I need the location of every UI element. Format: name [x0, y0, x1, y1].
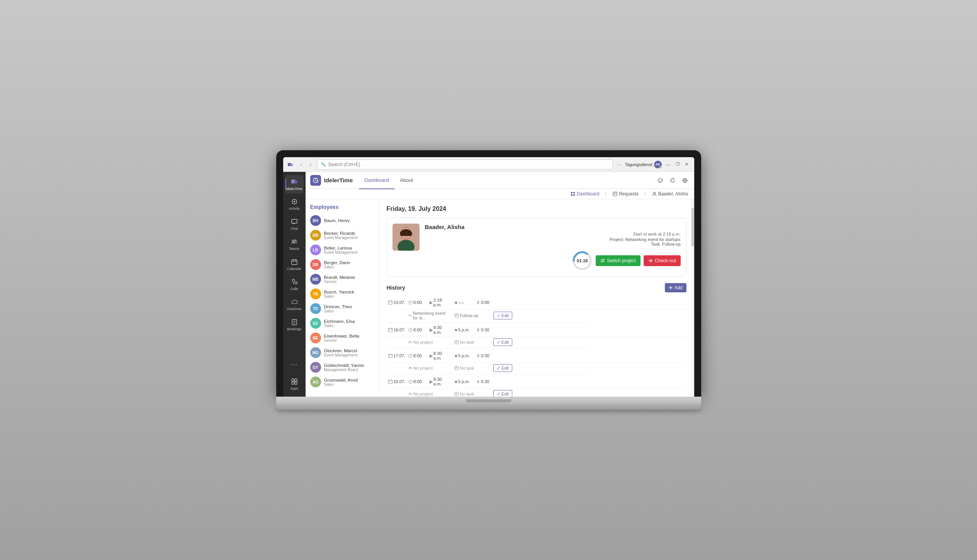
sidebar-item-more[interactable]: ··· [285, 355, 304, 373]
sidebar-item-onedrive[interactable]: OneDrive [285, 295, 304, 314]
apps-icon [291, 378, 297, 386]
close-button[interactable]: ✕ [683, 160, 691, 169]
employee-name: Becker, Ricardo [324, 231, 358, 236]
list-item[interactable]: BH Baum, Henry [306, 213, 379, 228]
employee-dept: Sales [324, 265, 350, 269]
list-item[interactable]: LB Beike, Larissa Event Management [306, 243, 379, 257]
teams-icon [291, 239, 297, 246]
sidebar-item-activity[interactable]: Activity [285, 195, 304, 214]
svg-rect-1 [290, 164, 293, 166]
sidebar-label-apps: Apps [290, 387, 298, 390]
smiley-button[interactable] [656, 176, 665, 185]
forward-button[interactable]: › [306, 160, 315, 169]
restore-button[interactable]: ❐ [673, 160, 682, 169]
back-button[interactable]: ‹ [297, 160, 306, 169]
sidebar-item-chat[interactable]: Chat [285, 215, 304, 234]
edit-button[interactable]: Edit [493, 312, 512, 319]
svg-point-16 [658, 178, 662, 182]
nav-user[interactable]: Baader, Alisha [652, 191, 688, 197]
employee-dept: Service [324, 280, 355, 284]
edit-icon [497, 341, 500, 344]
activity-icon [291, 199, 297, 206]
more-button[interactable]: ··· [615, 160, 624, 169]
list-item[interactable]: TD Dresner, Theo Sales [306, 301, 379, 316]
edit-button[interactable]: Edit [493, 364, 512, 372]
tab-about[interactable]: About [394, 172, 418, 189]
project-icon [408, 366, 412, 370]
scrollbar-thumb[interactable] [692, 208, 694, 246]
employee-name: Eichmann, Elsa [324, 319, 355, 324]
edit-button[interactable]: Edit [493, 338, 512, 346]
nav-requests[interactable]: Requests [613, 191, 639, 197]
profile-photo [392, 224, 420, 251]
scrollbar-track [691, 199, 694, 397]
sidebar-label-calendar: Calendar [287, 267, 301, 271]
browser-nav: ‹ › [286, 160, 315, 169]
search-input[interactable] [328, 162, 609, 167]
nav-dashboard[interactable]: Dashboard [571, 191, 600, 197]
avatar: MG [310, 347, 321, 358]
sidebar-item-bookings[interactable]: Bookings [285, 316, 304, 334]
employee-dept: Sales [324, 324, 355, 328]
sidebar-item-apps[interactable]: Apps [285, 375, 304, 394]
svg-rect-3 [294, 180, 297, 183]
add-button[interactable]: Add [665, 283, 686, 292]
list-item[interactable]: RB Becker, Ricardo Event Management [306, 228, 379, 243]
employee-name: Eisenhower, Bella [324, 334, 359, 338]
list-item[interactable]: DB Berger, Dario Sales [306, 257, 379, 272]
sidebar-item-calendar[interactable]: Calendar [285, 255, 304, 274]
avatar: BE [310, 333, 321, 343]
checkout-icon [648, 258, 653, 263]
history-title: History [387, 285, 405, 291]
svg-point-31 [408, 233, 409, 235]
svg-rect-12 [295, 379, 297, 381]
table-row: No project No task [387, 337, 686, 349]
edit-icon [497, 314, 500, 317]
avatar: DB [310, 259, 321, 270]
list-item[interactable]: EE Eichmann, Elsa Sales [306, 316, 379, 331]
user-badge: Tagungsdienst AB [625, 161, 662, 168]
list-item[interactable]: YB Busch, Yannick Sales [306, 287, 379, 301]
edit-icon [497, 392, 500, 396]
switch-project-button[interactable]: Switch project [596, 255, 641, 266]
list-item[interactable]: BE Eisenhower, Bella Service [306, 331, 379, 345]
svg-rect-34 [388, 301, 392, 304]
svg-point-25 [653, 192, 655, 194]
avatar: YB [310, 288, 321, 299]
laptop-base [276, 397, 701, 405]
sidebar: IdelerTime Activity [283, 172, 306, 397]
employees-panel: Employees BH Baum, Henry [306, 199, 379, 397]
avatar: TD [310, 303, 321, 314]
address-bar[interactable]: 🔍 [317, 160, 613, 170]
calendar-small-icon [388, 300, 392, 305]
tab-dashboard[interactable]: Dashboard [359, 172, 394, 189]
employee-name: Brandt, Melanie [324, 275, 355, 280]
sidebar-item-calls[interactable]: Calls [285, 275, 304, 294]
more-icon: ··· [291, 360, 297, 368]
project-icon [408, 340, 412, 344]
list-item[interactable]: AG Gruenwald, Arvid Sales [306, 375, 379, 389]
globe-button[interactable] [680, 176, 690, 185]
employee-name: Glockner, Marcel [324, 348, 358, 353]
list-item[interactable]: GY Goldschmidt, Yannic Management Board [306, 360, 379, 375]
user-icon [652, 192, 657, 196]
list-item[interactable]: MG Glockner, Marcel Event Management [306, 345, 379, 360]
list-item[interactable]: MB Brandt, Melanie Service [306, 272, 379, 287]
employee-name: Busch, Yannick [324, 290, 354, 294]
employee-name: Goldschmidt, Yannic [324, 363, 364, 368]
project-icon [408, 314, 411, 317]
minimize-button[interactable]: — [664, 160, 673, 169]
table-row: No project No task [387, 389, 686, 397]
svg-point-8 [295, 240, 296, 241]
task-icon [455, 340, 459, 344]
profile-project: Project: Networking event for startups [425, 237, 681, 242]
checkout-button[interactable]: Check-out [644, 255, 681, 266]
refresh-button[interactable] [668, 176, 677, 185]
edit-button[interactable]: Edit [493, 390, 512, 397]
sidebar-item-idelertime[interactable]: IdelerTime [285, 175, 304, 193]
date-header: Friday, 19. July 2024 [387, 205, 686, 212]
add-icon [669, 286, 673, 290]
edit-icon [497, 367, 500, 370]
employee-dept: Sales [324, 294, 354, 299]
sidebar-item-teams[interactable]: Teams [285, 235, 304, 254]
